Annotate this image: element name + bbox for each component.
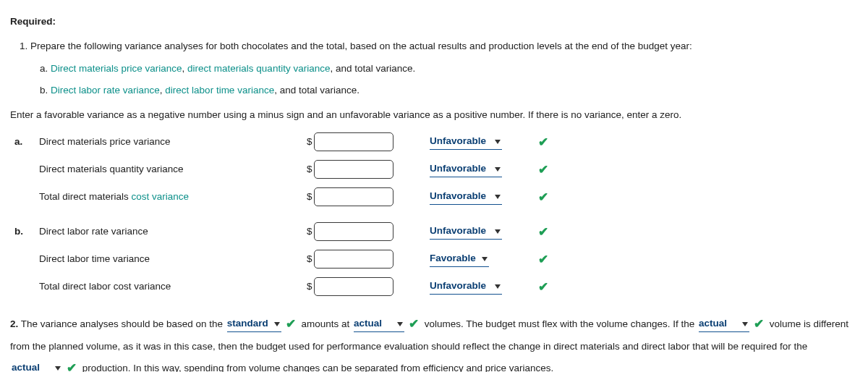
dropdown-value: actual: [699, 318, 727, 329]
check-icon: ✔: [538, 190, 548, 204]
link-dl-rate-variance[interactable]: Direct labor rate variance: [51, 85, 160, 96]
q2-number: 2.: [10, 318, 18, 329]
dropdown-dl-time[interactable]: Favorable: [430, 251, 489, 267]
input-dl-rate[interactable]: [314, 222, 393, 241]
currency-symbol: $: [307, 135, 312, 149]
section-b-letter: b.: [14, 224, 39, 239]
row-dm-qty: Direct materials quantity variance $ Unf…: [14, 160, 858, 179]
link-dm-price-variance[interactable]: Direct materials price variance: [51, 63, 182, 74]
chevron-down-icon: [482, 257, 488, 261]
input-dm-total[interactable]: [314, 187, 393, 206]
text: The variance analyses should be based on…: [21, 318, 226, 329]
label-dl-rate: Direct labor rate variance: [39, 224, 307, 239]
section-b: b. Direct labor rate variance $ Unfavora…: [14, 222, 858, 296]
currency-symbol: $: [307, 279, 312, 294]
label-dm-qty: Direct materials quantity variance: [39, 162, 307, 177]
entry-instruction: Enter a favorable variance as a negative…: [10, 108, 858, 122]
row-dm-price: a. Direct materials price variance $ Unf…: [14, 132, 858, 151]
link-dm-qty-variance[interactable]: direct materials quantity variance: [187, 63, 330, 74]
row-dm-total: Total direct materials cost variance $ U…: [14, 187, 858, 206]
chevron-down-icon: [55, 366, 61, 371]
text: Total direct materials: [39, 191, 132, 202]
section-a-letter: a.: [14, 135, 39, 149]
chevron-down-icon: [495, 195, 501, 199]
link-cost-variance[interactable]: cost variance: [132, 191, 190, 202]
dropdown-value: Unfavorable: [430, 135, 486, 146]
dropdown-value: standard: [227, 318, 268, 329]
dropdown-q2-actual-2[interactable]: actual: [699, 316, 749, 332]
check-icon: ✔: [67, 356, 77, 372]
check-icon: ✔: [538, 253, 548, 266]
label-dl-total: Total direct labor cost variance: [39, 279, 307, 294]
link-dl-time-variance[interactable]: direct labor time variance: [165, 85, 274, 96]
dropdown-dm-total[interactable]: Unfavorable: [430, 189, 502, 205]
row-dl-total: Total direct labor cost variance $ Unfav…: [14, 277, 858, 296]
q1-sub-b: Direct labor rate variance, direct labor…: [51, 83, 858, 98]
dropdown-dl-rate[interactable]: Unfavorable: [430, 224, 502, 240]
dropdown-dl-total[interactable]: Unfavorable: [430, 279, 502, 295]
chevron-down-icon: [495, 140, 501, 144]
dropdown-q2-actual-1[interactable]: actual: [354, 316, 404, 332]
input-dm-qty[interactable]: [314, 160, 393, 179]
chevron-down-icon: [495, 229, 501, 234]
check-icon: ✔: [538, 280, 548, 294]
chevron-down-icon: [742, 322, 748, 326]
chevron-down-icon: [495, 167, 501, 172]
required-heading: Required:: [10, 14, 858, 29]
input-dl-time[interactable]: [314, 250, 393, 269]
q1-text: Prepare the following variance analyses …: [30, 41, 692, 51]
dropdown-value: actual: [354, 318, 382, 329]
chevron-down-icon: [274, 322, 280, 326]
dropdown-dm-price[interactable]: Unfavorable: [430, 134, 502, 150]
section-a: a. Direct materials price variance $ Unf…: [14, 132, 858, 206]
text: volumes. The budget must flex with the v…: [425, 318, 697, 329]
currency-symbol: $: [307, 224, 312, 239]
row-dl-time: Direct labor time variance $ Favorable ✔: [14, 250, 858, 269]
check-icon: ✔: [538, 225, 548, 239]
text: ,: [182, 63, 188, 74]
dropdown-value: Unfavorable: [430, 225, 486, 236]
q1-sub-a: Direct materials price variance, direct …: [51, 62, 858, 76]
currency-symbol: $: [307, 190, 312, 204]
chevron-down-icon: [397, 322, 403, 326]
dropdown-value: Unfavorable: [430, 163, 486, 174]
label-dm-price: Direct materials price variance: [39, 135, 307, 149]
chevron-down-icon: [495, 284, 501, 289]
dropdown-value: actual: [12, 362, 40, 372]
question-1: Prepare the following variance analyses …: [30, 39, 858, 98]
dropdown-q2-standard[interactable]: standard: [227, 316, 281, 332]
input-dl-total[interactable]: [314, 277, 393, 296]
text: amounts at: [302, 318, 353, 329]
currency-symbol: $: [307, 252, 312, 266]
dropdown-value: Favorable: [430, 253, 476, 263]
question-2-paragraph: 2. The variance analyses should be based…: [10, 312, 858, 372]
check-icon: ✔: [754, 312, 764, 337]
text: , and total variance.: [330, 63, 415, 74]
dropdown-dm-qty[interactable]: Unfavorable: [430, 161, 502, 177]
check-icon: ✔: [409, 312, 419, 337]
dropdown-value: Unfavorable: [430, 190, 486, 201]
text: , and total variance.: [274, 85, 359, 96]
check-icon: ✔: [538, 163, 548, 177]
label-dl-time: Direct labor time variance: [39, 252, 307, 266]
check-icon: ✔: [538, 135, 548, 149]
currency-symbol: $: [307, 162, 312, 177]
check-icon: ✔: [286, 312, 296, 337]
dropdown-q2-actual-3[interactable]: actual: [12, 360, 62, 372]
text: production. In this way, spending from v…: [82, 363, 554, 372]
label-dm-total: Total direct materials cost variance: [39, 190, 307, 204]
row-dl-rate: b. Direct labor rate variance $ Unfavora…: [14, 222, 858, 241]
input-dm-price[interactable]: [314, 132, 393, 151]
dropdown-value: Unfavorable: [430, 280, 486, 291]
